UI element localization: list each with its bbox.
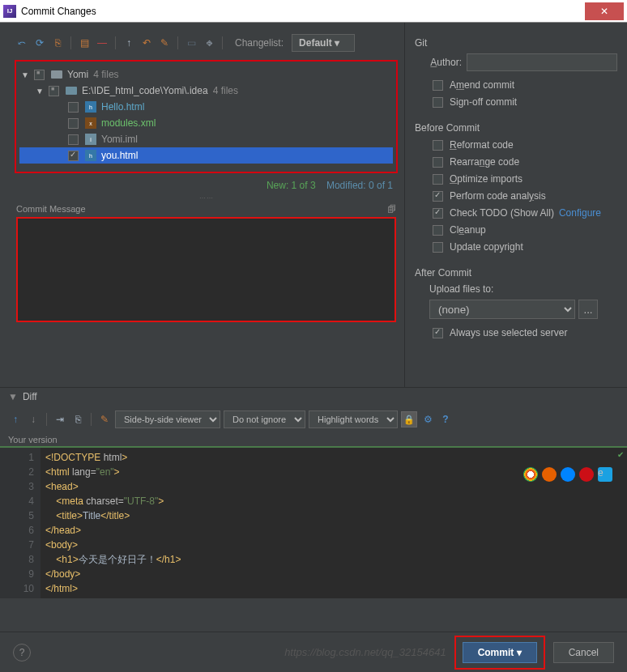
- file-count: 4 files: [213, 85, 238, 96]
- optimize-checkbox[interactable]: [433, 174, 443, 185]
- line-number: 6: [0, 523, 34, 538]
- checkbox[interactable]: [49, 86, 59, 96]
- jump-to-source-icon[interactable]: ⇥: [53, 412, 67, 427]
- always-server-checkbox[interactable]: [433, 328, 443, 338]
- checkbox[interactable]: [68, 134, 79, 145]
- changelist-label: Changelist:: [235, 37, 284, 49]
- diff-icon[interactable]: ⎘: [50, 36, 65, 50]
- reformat-label: Reformat code: [450, 139, 514, 151]
- checkbox[interactable]: [34, 70, 45, 80]
- new-changelist-icon[interactable]: ▤: [77, 36, 92, 50]
- upload-browse-button[interactable]: ...: [578, 300, 598, 319]
- next-diff-icon[interactable]: ↓: [26, 412, 41, 427]
- changelist-select[interactable]: Default ▾: [292, 34, 355, 52]
- signoff-checkbox[interactable]: [433, 97, 443, 108]
- reformat-checkbox[interactable]: [433, 140, 443, 151]
- new-count: New: 1 of 3: [267, 180, 316, 191]
- always-server-label: Always use selected server: [450, 327, 567, 338]
- checkbox[interactable]: [68, 118, 79, 129]
- tree-file-selected[interactable]: h you.html: [19, 147, 393, 164]
- author-input[interactable]: [467, 53, 617, 71]
- rearrange-checkbox[interactable]: [433, 157, 443, 168]
- resize-handle[interactable]: ⋯⋯: [8, 194, 404, 201]
- commit-button-highlight: Commit ▾: [454, 636, 545, 670]
- amend-label: Amend commit: [450, 79, 514, 91]
- file-name: you.html: [101, 150, 138, 161]
- amend-checkbox[interactable]: [433, 80, 443, 91]
- right-panel: Git Author: Amend commit Sign-off commit…: [404, 23, 627, 387]
- expander-icon[interactable]: ▼: [34, 87, 45, 96]
- watermark: https://blog.csdn.net/qq_32154641: [284, 646, 446, 658]
- before-commit-title: Before Commit: [415, 122, 617, 134]
- expand-icon[interactable]: ⎆: [202, 36, 216, 50]
- separator: [115, 36, 116, 49]
- copyright-checkbox[interactable]: [433, 242, 443, 253]
- highlight-select[interactable]: Highlight words: [309, 410, 398, 428]
- changelist-value: Default: [299, 37, 332, 49]
- line-gutter: 1 2 3 4 5 6 7 8 9 10: [0, 448, 41, 598]
- change-summary: New: 1 of 3 Modified: 0 of 1: [8, 177, 404, 194]
- xml-icon: x: [85, 117, 96, 129]
- lock-icon[interactable]: 🔒: [401, 411, 417, 427]
- upload-select[interactable]: (none): [429, 300, 575, 319]
- todo-checkbox[interactable]: [433, 208, 443, 219]
- remove-icon[interactable]: —: [95, 36, 109, 50]
- browser-icons: e: [523, 467, 612, 482]
- gear-icon[interactable]: ⚙: [420, 412, 435, 427]
- tree-folder[interactable]: ▼ E:\IDE_html_code\Yomi\.idea 4 files: [19, 83, 393, 99]
- collapse-icon[interactable]: ▼: [8, 391, 18, 402]
- commit-button[interactable]: Commit ▾: [463, 642, 537, 663]
- commit-message-label: Commit Message: [16, 204, 86, 214]
- up-icon[interactable]: ↑: [122, 36, 136, 50]
- tree-file[interactable]: i Yomi.iml: [19, 131, 393, 147]
- refresh-icon[interactable]: ⟳: [32, 36, 47, 50]
- expander-icon[interactable]: ▼: [19, 70, 31, 79]
- footer: ? https://blog.csdn.net/qq_32154641 Comm…: [0, 632, 627, 672]
- separator: [70, 36, 71, 49]
- analysis-checkbox[interactable]: [433, 191, 443, 202]
- file-name: Hello.html: [101, 101, 144, 113]
- line-number: 10: [0, 581, 34, 596]
- safari-icon[interactable]: [561, 467, 575, 482]
- separator: [91, 413, 92, 426]
- file-tree[interactable]: ▼ Yomi 4 files ▼ E:\IDE_html_code\Yomi\.…: [15, 60, 398, 173]
- viewmode-select[interactable]: Side-by-side viewer: [115, 410, 220, 428]
- code-editor[interactable]: 1 2 3 4 5 6 7 8 9 10 <!DOCTYPE html> <ht…: [0, 446, 627, 598]
- tree-file[interactable]: h Hello.html: [19, 99, 393, 115]
- chrome-icon[interactable]: [523, 467, 538, 482]
- checkbox[interactable]: [68, 102, 79, 113]
- node-label: E:\IDE_html_code\Yomi\.idea: [82, 85, 208, 96]
- firefox-icon[interactable]: [542, 467, 557, 482]
- html-icon: h: [85, 101, 96, 113]
- commit-message-input[interactable]: [16, 217, 396, 322]
- ignore-select[interactable]: Do not ignore: [224, 410, 305, 428]
- help-button[interactable]: ?: [13, 644, 31, 661]
- diff-header[interactable]: ▼ Diff: [0, 387, 627, 406]
- configure-link[interactable]: Configure: [559, 207, 601, 219]
- ie-icon[interactable]: e: [598, 467, 612, 482]
- rollback-icon[interactable]: ↶: [139, 36, 154, 50]
- checkbox[interactable]: [68, 151, 79, 161]
- commit-message-section: Commit Message 🗐: [8, 201, 404, 325]
- help-icon[interactable]: ?: [438, 412, 453, 427]
- opera-icon[interactable]: [579, 467, 594, 482]
- history-icon[interactable]: 🗐: [387, 204, 396, 214]
- edit-source-icon[interactable]: ✎: [97, 412, 112, 427]
- rearrange-label: Rearrange code: [450, 156, 519, 168]
- line-number: 7: [0, 538, 34, 552]
- author-label: Author:: [415, 57, 462, 68]
- version-label: Your version: [0, 433, 627, 446]
- group-icon[interactable]: ▭: [184, 36, 198, 50]
- folder-icon: [66, 87, 77, 95]
- external-diff-icon[interactable]: ⎘: [70, 412, 85, 427]
- tree-file[interactable]: x modules.xml: [19, 115, 393, 131]
- edit-icon[interactable]: ✎: [157, 36, 172, 50]
- cancel-button[interactable]: Cancel: [553, 642, 614, 663]
- revert-icon[interactable]: ⤺: [15, 36, 29, 50]
- separator: [46, 413, 47, 426]
- prev-diff-icon[interactable]: ↑: [8, 412, 23, 427]
- tree-root[interactable]: ▼ Yomi 4 files: [19, 66, 393, 83]
- close-button[interactable]: ✕: [585, 2, 624, 20]
- cleanup-checkbox[interactable]: [433, 225, 443, 236]
- window-title: Commit Changes: [21, 6, 585, 17]
